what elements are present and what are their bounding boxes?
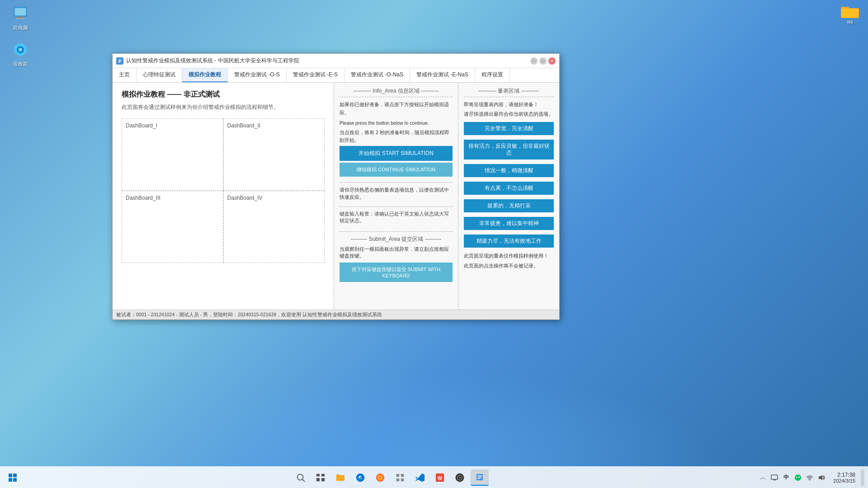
- taskbar-active-app[interactable]: [471, 469, 489, 486]
- gauge-option-3[interactable]: 情况一般，稍微清醒: [464, 164, 554, 177]
- folder-icon: [841, 5, 859, 19]
- tray-chevron[interactable]: ︿: [758, 473, 767, 482]
- tab-psych[interactable]: 心理特征测试: [137, 68, 182, 82]
- gauge-option-1[interactable]: 完全警觉，完全清醒: [464, 122, 554, 135]
- right-panel: ---------- 量表区域 ---------- 即将呈现量表内容，请做好准…: [458, 83, 559, 310]
- svg-rect-22: [321, 474, 324, 476]
- tray-lang[interactable]: 中: [782, 473, 791, 482]
- svg-rect-38: [477, 475, 482, 476]
- taskbar-app5[interactable]: [391, 469, 409, 487]
- svg-rect-41: [771, 475, 778, 479]
- svg-rect-9: [19, 53, 21, 56]
- app-window: 认知性警戒作业模拟及绩效测试系统 - 中国民航大学安全科学与工程学院 ─ □ ✕…: [112, 53, 560, 320]
- menu-bar: 主页 心理特征测试 模拟作业教程 警戒作业测试 -O-S 警戒作业测试 -E-S…: [113, 68, 559, 83]
- svg-text:W: W: [438, 475, 442, 480]
- windows-logo: [9, 474, 17, 482]
- info-line-2: Please press the button below to continu…: [340, 119, 453, 127]
- taskbar-vscode[interactable]: [411, 469, 429, 487]
- tab-vigilance-onas[interactable]: 警戒作业测试 -O-NaS: [344, 68, 410, 82]
- setup-label: 应收款: [13, 61, 28, 67]
- submit-keyboard-button[interactable]: 按下对应键盘按键以提交 SUBMIT WITH KEYBOARD: [340, 263, 453, 282]
- dashboard-3: DashBoard_III: [122, 191, 223, 263]
- svg-point-7: [19, 48, 22, 52]
- desktop-icon-computer[interactable]: 此电脑: [5, 5, 36, 31]
- svg-rect-16: [118, 60, 121, 61]
- start-button[interactable]: [4, 469, 22, 487]
- tray-volume[interactable]: [817, 473, 826, 482]
- minimize-button[interactable]: ─: [530, 57, 538, 65]
- taskbar-explorer[interactable]: [331, 469, 349, 487]
- svg-rect-10: [14, 49, 17, 51]
- gauge-option-2[interactable]: 很有活力，反应灵敏，但非最好状态: [464, 140, 554, 160]
- tab-settings[interactable]: 程序设置: [475, 68, 510, 82]
- submit-area-header: --------- Submit_Area 提交区域 ---------: [340, 235, 453, 243]
- system-tray: ︿ 中: [758, 473, 826, 482]
- svg-point-43: [795, 474, 801, 481]
- tab-vigilance-os[interactable]: 警戒作业测试 -O-S: [228, 68, 287, 82]
- tray-display[interactable]: [770, 473, 779, 482]
- setup-icon: [11, 41, 29, 59]
- tray-wechat[interactable]: [793, 473, 802, 482]
- gauge-note-1: 此页面呈现的量表仅作模拟样例使用！: [464, 253, 554, 260]
- svg-point-19: [297, 474, 303, 480]
- taskbar-right: ︿ 中: [758, 469, 864, 486]
- svg-rect-18: [118, 62, 120, 63]
- gauge-desc-2: 请尽快选择出最符合你当前状态的选项。: [464, 110, 554, 118]
- title-bar: 认知性警戒作业模拟及绩效测试系统 - 中国民航大学安全科学与工程学院 ─ □ ✕: [113, 54, 559, 68]
- gauge-option-7[interactable]: 精疲力尽，无法有效地工作: [464, 235, 554, 248]
- taskbar-app8[interactable]: [451, 469, 469, 487]
- divider-3: [340, 231, 453, 232]
- svg-rect-24: [321, 478, 324, 481]
- start-simulation-button[interactable]: 开始模拟 START SIMULATION: [340, 146, 453, 161]
- active-app-icon: [476, 474, 483, 481]
- dashboard-4-label: DashBoard_IV: [227, 195, 263, 201]
- computer-label: 此电脑: [13, 24, 28, 31]
- gauge-options: 完全警觉，完全清醒 很有活力，反应灵敏，但非最好状态 情况一般，稍微清醒 有点累…: [464, 122, 554, 250]
- status-bar: 被试者：0001 - 231241024 - 测试人员 - 男，登陆时间：202…: [113, 310, 559, 319]
- svg-rect-42: [773, 479, 776, 480]
- dashboard-4: DashBoard_IV: [223, 191, 325, 263]
- taskbar-wps[interactable]: W: [431, 469, 449, 487]
- tab-vigilance-enas[interactable]: 警戒作业测试 -E-NaS: [410, 68, 475, 82]
- gauge-option-5[interactable]: 挺累的，无精打采: [464, 199, 554, 212]
- app-icon: [116, 57, 123, 65]
- info-line-1: 如果你已做好准备，请点按下方按钮以开始模拟适应。: [340, 101, 453, 117]
- status-text: 被试者：0001 - 231241024 - 测试人员 - 男，登陆时间：202…: [116, 312, 382, 318]
- tab-vigilance-es[interactable]: 警戒作业测试 -E-S: [287, 68, 344, 82]
- taskbar-taskview[interactable]: [311, 469, 330, 487]
- clock-time: 2:17:38: [833, 472, 855, 478]
- desktop-icon-setup[interactable]: 应收款: [5, 41, 36, 67]
- svg-rect-3: [18, 16, 23, 18]
- continue-simulation-button[interactable]: 继续模拟 CONTINUE SIMULATION: [340, 163, 453, 177]
- svg-rect-28: [396, 474, 399, 476]
- computer-icon: [11, 5, 29, 23]
- dashboard-3-label: DashBoard_III: [126, 195, 160, 201]
- taskbar-edge[interactable]: [351, 469, 369, 487]
- svg-rect-2: [15, 8, 26, 15]
- svg-rect-8: [19, 43, 21, 46]
- svg-rect-31: [401, 478, 403, 481]
- taskbar-search[interactable]: [292, 469, 310, 487]
- svg-rect-21: [316, 474, 319, 476]
- close-button[interactable]: ✕: [548, 57, 556, 65]
- dashboard-1-label: DashBoard_I: [126, 122, 157, 129]
- left-panel: 模拟作业教程 —— 非正式测试 此页面将会通过测试样例来为你介绍警戒作业模拟的流…: [113, 83, 334, 310]
- gauge-option-6[interactable]: 非常疲惫，难以集中精神: [464, 217, 554, 230]
- svg-rect-39: [477, 477, 482, 478]
- dashboard-2-label: DashBoard_II: [227, 122, 260, 129]
- taskbar-firefox[interactable]: [371, 469, 389, 487]
- svg-line-20: [302, 479, 305, 482]
- tray-wifi[interactable]: [805, 473, 814, 482]
- window-title: 认知性警戒作业模拟及绩效测试系统 - 中国民航大学安全科学与工程学院: [126, 57, 530, 65]
- window-controls: ─ □ ✕: [530, 57, 556, 65]
- tab-tutorial[interactable]: 模拟作业教程: [182, 68, 228, 82]
- time-display[interactable]: 2:17:38 2024/3/15: [833, 472, 855, 483]
- divider-2: [340, 206, 453, 207]
- top-right-folder[interactable]: ws: [841, 5, 859, 24]
- tab-home[interactable]: 主页: [113, 68, 137, 82]
- maximize-button[interactable]: □: [539, 57, 547, 65]
- gauge-note-2: 此页面的点击操作将不会被记录。: [464, 263, 554, 270]
- svg-rect-40: [477, 478, 481, 479]
- show-desktop-button[interactable]: [861, 469, 864, 486]
- gauge-option-4[interactable]: 有点累，不怎么清醒: [464, 182, 554, 195]
